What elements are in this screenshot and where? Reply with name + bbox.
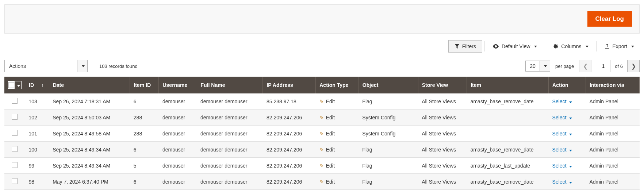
grid-toolbar: Filters Default View Columns Export	[4, 40, 640, 53]
columns-button[interactable]: Columns	[547, 41, 594, 52]
cell-action-type: ✎Edit	[316, 158, 359, 174]
row-checkbox[interactable]	[12, 98, 18, 104]
table-row[interactable]: 102 Sep 25, 2024 8:50:03 AM 288 demouser…	[4, 110, 640, 126]
col-date[interactable]: Date	[49, 77, 130, 93]
cell-action: Select	[549, 110, 586, 126]
col-item-id[interactable]: Item ID	[130, 77, 159, 93]
row-action-select[interactable]: Select	[552, 147, 572, 153]
pager: ❮ of 6 ❯	[579, 60, 640, 72]
columns-label: Columns	[561, 43, 581, 49]
col-ip[interactable]: IP Address	[263, 77, 316, 93]
cell-store-view: All Store Views	[418, 142, 467, 158]
col-full-name[interactable]: Full Name	[197, 77, 263, 93]
funnel-icon	[455, 44, 460, 49]
row-action-select[interactable]: Select	[552, 179, 572, 185]
col-id[interactable]: ID↑	[25, 77, 49, 93]
cell-interaction: Admin Panel	[586, 142, 639, 158]
cell-date: May 7, 2024 6:37:40 PM	[49, 174, 130, 190]
cell-item	[467, 110, 549, 126]
row-checkbox[interactable]	[12, 178, 18, 184]
export-button[interactable]: Export	[599, 41, 640, 52]
cell-full-name: demouser demouser	[197, 126, 263, 142]
header-bar: Clear Log	[4, 4, 640, 34]
row-action-select[interactable]: Select	[552, 131, 572, 137]
cell-item: amasty_base_remove_date	[467, 93, 549, 110]
cell-date: Sep 25, 2024 8:49:34 AM	[49, 158, 130, 174]
cell-full-name: demouser demouser	[197, 174, 263, 190]
chevron-left-icon: ❮	[583, 63, 588, 70]
caret-down-icon	[569, 101, 572, 103]
cell-date: Sep 25, 2024 8:50:03 AM	[49, 110, 130, 126]
actions-dropdown[interactable]: Actions	[4, 60, 88, 72]
cell-id: 100	[25, 142, 49, 158]
row-checkbox[interactable]	[12, 114, 18, 120]
row-action-select[interactable]: Select	[552, 99, 572, 104]
cell-ip: 85.238.97.18	[263, 93, 316, 110]
table-row[interactable]: 100 Sep 25, 2024 8:49:34 AM 6 demouser d…	[4, 142, 640, 158]
col-username[interactable]: Username	[159, 77, 197, 93]
select-all-checkbox[interactable]	[8, 81, 22, 89]
caret-down-icon	[631, 46, 634, 47]
col-object[interactable]: Object	[359, 77, 418, 93]
cell-full-name: demouser demouser	[197, 93, 263, 110]
cell-username: demouser	[159, 110, 197, 126]
cell-item: amasty_base_remove_date	[467, 142, 549, 158]
cell-item: amasty_base_last_update	[467, 158, 549, 174]
per-page-label: per page	[555, 64, 574, 69]
row-action-select[interactable]: Select	[552, 163, 572, 169]
cell-action-type: ✎Edit	[316, 93, 359, 110]
separator	[484, 41, 485, 51]
cell-date: Sep 26, 2024 7:18:31 AM	[49, 93, 130, 110]
prev-page-button[interactable]: ❮	[579, 60, 591, 72]
cell-username: demouser	[159, 142, 197, 158]
chevron-down-icon	[77, 60, 88, 72]
log-grid: ID↑ Date Item ID Username Full Name IP A…	[4, 77, 640, 190]
cell-full-name: demouser demouser	[197, 142, 263, 158]
row-checkbox[interactable]	[12, 162, 18, 168]
checkbox-icon	[8, 82, 14, 88]
cell-ip: 82.209.247.206	[263, 110, 316, 126]
cell-item-id: 288	[130, 126, 159, 142]
table-row[interactable]: 103 Sep 26, 2024 7:18:31 AM 6 demouser d…	[4, 93, 640, 110]
cell-username: demouser	[159, 126, 197, 142]
default-view-label: Default View	[502, 43, 530, 49]
cell-item	[467, 126, 549, 142]
col-action[interactable]: Action	[549, 77, 586, 93]
row-checkbox[interactable]	[12, 130, 18, 136]
col-store-view[interactable]: Store View	[418, 77, 467, 93]
separator	[596, 41, 597, 51]
table-row[interactable]: 99 Sep 25, 2024 8:49:34 AM 5 demouser de…	[4, 158, 640, 174]
next-page-button[interactable]: ❯	[627, 60, 640, 72]
table-row[interactable]: 98 May 7, 2024 6:37:40 PM 6 demouser dem…	[4, 174, 640, 190]
cell-ip: 82.209.247.206	[263, 142, 316, 158]
col-item[interactable]: Item	[467, 77, 549, 93]
chevron-down-icon	[540, 61, 550, 72]
cell-object: System Config	[359, 110, 418, 126]
cell-store-view: All Store Views	[418, 158, 467, 174]
cell-id: 99	[25, 158, 49, 174]
pencil-icon: ✎	[319, 163, 324, 169]
caret-down-icon	[534, 46, 537, 47]
row-checkbox[interactable]	[12, 146, 18, 152]
clear-log-button[interactable]: Clear Log	[587, 11, 632, 27]
col-interaction[interactable]: Interaction via	[586, 77, 639, 93]
cell-store-view: All Store Views	[418, 110, 467, 126]
cell-action: Select	[549, 142, 586, 158]
records-found-label: 103 records found	[99, 64, 138, 69]
table-row[interactable]: 101 Sep 25, 2024 8:49:58 AM 288 demouser…	[4, 126, 640, 142]
filters-button[interactable]: Filters	[448, 40, 482, 53]
default-view-button[interactable]: Default View	[487, 41, 543, 52]
cell-action-type: ✎Edit	[316, 142, 359, 158]
page-size-dropdown[interactable]: 20	[525, 61, 550, 72]
cell-ip: 82.209.247.206	[263, 174, 316, 190]
col-action-type[interactable]: Action Type	[316, 77, 359, 93]
cell-username: demouser	[159, 93, 197, 110]
page-input[interactable]	[596, 60, 610, 72]
cell-ip: 82.209.247.206	[263, 158, 316, 174]
caret-down-icon	[586, 46, 589, 47]
of-pages-label: of 6	[615, 64, 623, 69]
eye-icon	[492, 44, 499, 49]
cell-interaction: Admin Panel	[586, 158, 639, 174]
row-action-select[interactable]: Select	[552, 115, 572, 120]
cell-item: amasty_base_remove_date	[467, 174, 549, 190]
